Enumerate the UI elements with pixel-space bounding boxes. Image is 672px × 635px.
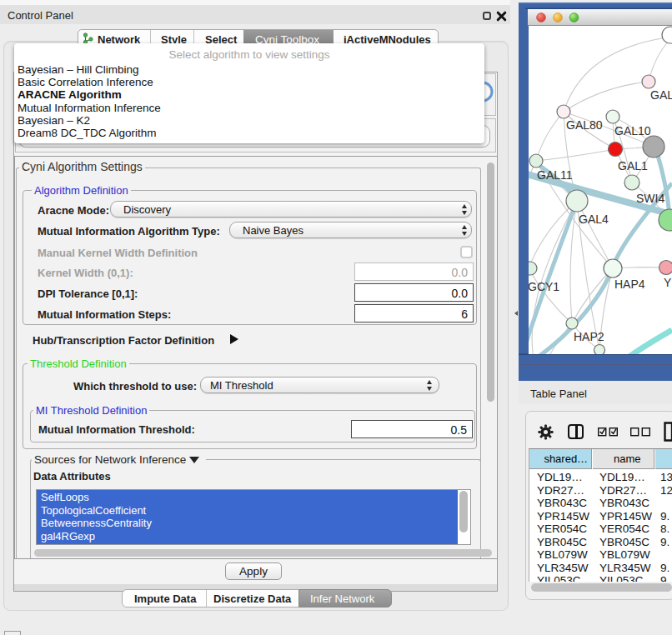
svg-text:HAP2: HAP2 <box>574 330 604 343</box>
svg-text:GCY1: GCY1 <box>528 280 559 293</box>
svg-text:GAL1: GAL1 <box>618 159 648 172</box>
svg-text:GAL11: GAL11 <box>537 168 573 182</box>
svg-text:GAL10: GAL10 <box>614 124 651 138</box>
svg-text:HAP4: HAP4 <box>614 278 645 291</box>
svg-text:GAL7: GAL7 <box>650 88 672 102</box>
svg-text:GAL80: GAL80 <box>566 118 603 132</box>
svg-text:SWI4: SWI4 <box>636 192 664 205</box>
svg-text:GAL4: GAL4 <box>579 212 609 226</box>
svg-text:Y: Y <box>664 276 672 289</box>
